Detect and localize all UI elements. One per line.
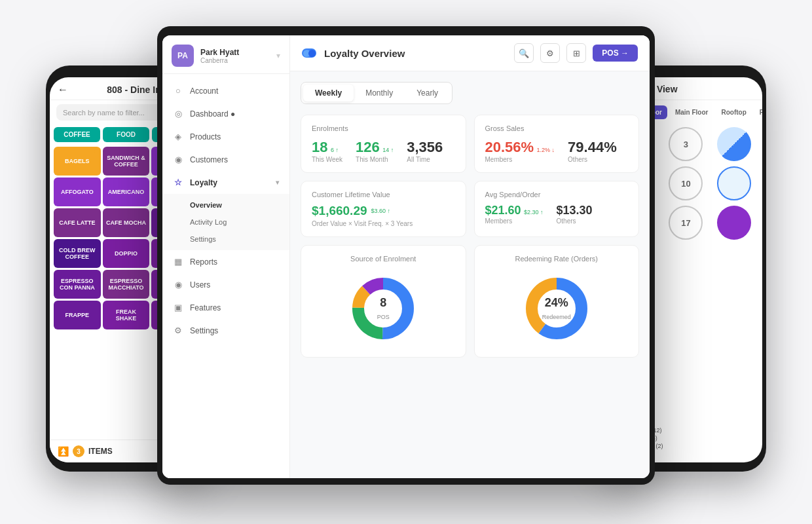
- nav-label-products: Products: [190, 132, 221, 141]
- avg-others-stat: $13.30 Others: [557, 204, 593, 225]
- members-sales-stat: 20.56% 1.2% ↓ Members: [485, 139, 555, 163]
- sub-item-overview[interactable]: Overview: [162, 196, 289, 214]
- this-week-stat: 18 6 ↑ This Week: [312, 139, 342, 163]
- enrolments-card: Enrolments 18 6 ↑ This Week: [301, 115, 466, 173]
- loyalty-icon-nav: ☆: [173, 178, 183, 187]
- nav-item-dashboard[interactable]: ◎ Dashboard ●: [162, 102, 289, 125]
- nav-label-loyalty: Loyalty: [190, 178, 217, 187]
- sub-item-settings[interactable]: Settings: [162, 231, 289, 248]
- this-week-label: This Week: [312, 156, 342, 163]
- avg-others-value: $13.30: [557, 204, 593, 217]
- pos-button[interactable]: POS →: [593, 45, 638, 62]
- tablet-sidebar: PA Park Hyatt Canberra ▾ ○ Account ◎ Das…: [162, 35, 290, 478]
- others-percent: 79.44%: [568, 139, 617, 156]
- avg-members-value-row: $21.60 $2.30 ↑: [485, 204, 544, 217]
- search-button[interactable]: 🔍: [514, 43, 534, 63]
- hotel-avatar: PA: [172, 45, 194, 67]
- tab-pool-si[interactable]: Pool Si...: [754, 105, 762, 119]
- menu-item-americano[interactable]: AMERICANO: [103, 178, 150, 206]
- footer-items-label: ITEMS: [88, 447, 113, 456]
- redeem-chart-title: Redeeming Rate (Orders): [485, 255, 629, 263]
- tab-monthly[interactable]: Monthly: [354, 84, 405, 102]
- nav-label-account: Account: [190, 86, 218, 96]
- nav-item-loyalty[interactable]: ☆ Loyalty ▾: [162, 171, 289, 194]
- table-partial-blue[interactable]: [717, 166, 751, 200]
- menu-item-cafe-mocha[interactable]: CAFE MOCHA: [103, 208, 150, 237]
- filter-button[interactable]: ⚙: [540, 43, 560, 63]
- stats-row: Enrolments 18 6 ↑ This Week: [301, 115, 639, 173]
- nav-item-reports[interactable]: ▦ Reports: [162, 250, 289, 273]
- members-percent: 20.56%: [485, 139, 534, 155]
- category-tab-coffee[interactable]: COFFEE: [54, 127, 100, 142]
- redeem-center-label: Redeemed: [542, 314, 571, 320]
- this-week-trend: 6 ↑: [331, 147, 339, 153]
- nav-label-users: Users: [190, 280, 210, 290]
- chevron-down-icon: ▾: [276, 51, 280, 60]
- settings-icon: ⚙: [173, 326, 183, 335]
- redeem-donut-container: 24% Redeemed: [485, 269, 629, 348]
- source-donut-center: 8 POS: [377, 296, 390, 322]
- sub-item-activity-log[interactable]: Activity Log: [162, 214, 289, 231]
- avg-spend-numbers: $21.60 $2.30 ↑ Members $13.30 Others: [485, 204, 629, 225]
- clv-value-row: $1,660.29 $3.60 ↑: [312, 204, 455, 218]
- source-donut-container: 8 POS: [312, 269, 455, 348]
- redeem-chart-card: Redeeming Rate (Orders): [474, 245, 640, 358]
- menu-item-frappe[interactable]: FRAPPE: [54, 301, 101, 329]
- this-week-number: 18: [312, 139, 327, 155]
- this-month-trend: 14 ↑: [382, 147, 394, 153]
- redeem-donut: 24% Redeemed: [521, 272, 593, 345]
- menu-item-bagels[interactable]: BAGELS: [54, 147, 101, 176]
- table-3[interactable]: 3: [669, 127, 703, 161]
- nav-item-settings[interactable]: ⚙ Settings: [162, 319, 289, 342]
- scene: ← 808 - Dine In Search by name to filter…: [46, 26, 766, 498]
- others-label: Others: [568, 156, 617, 163]
- redeem-donut-center: 24% Redeemed: [542, 296, 571, 322]
- tab-rooftop[interactable]: Rooftop: [716, 105, 751, 119]
- menu-item-cold-brew[interactable]: COLD BREW COFFEE: [54, 239, 101, 268]
- nav-item-products[interactable]: ◈ Products: [162, 125, 289, 148]
- reports-icon: ▦: [173, 257, 183, 267]
- menu-item-freak-shake[interactable]: FREAK SHAKE: [103, 301, 150, 329]
- all-time-label: All Time: [407, 156, 443, 163]
- avg-members-trend: $2.30 ↑: [524, 209, 544, 215]
- sidebar-nav: ○ Account ◎ Dashboard ● ◈ Products ◉ Cus…: [162, 74, 289, 478]
- back-button[interactable]: ←: [58, 84, 68, 96]
- period-tabs: Weekly Monthly Yearly: [301, 82, 452, 104]
- tab-weekly[interactable]: Weekly: [303, 84, 354, 102]
- nav-item-features[interactable]: ▣ Features: [162, 296, 289, 319]
- menu-item-sandwich-coffee[interactable]: SANDWICH & COFFEE: [103, 147, 150, 176]
- members-label: Members: [485, 156, 555, 163]
- menu-item-cafe-latte[interactable]: CAFE LATTE: [54, 208, 101, 237]
- clv-main-value: $1,660.29: [312, 204, 367, 218]
- source-chart-title: Source of Enrolment: [312, 255, 455, 263]
- redeem-center-value: 24%: [542, 296, 571, 310]
- table-10[interactable]: 10: [669, 166, 703, 200]
- nav-item-customers[interactable]: ◉ Customers: [162, 148, 289, 171]
- source-donut: 8 POS: [347, 272, 419, 345]
- grid-button[interactable]: ⊞: [566, 43, 586, 63]
- enrolments-numbers: 18 6 ↑ This Week 126 14 ↑: [312, 139, 455, 163]
- tablet-main: Loyalty Overview 🔍 ⚙ ⊞ POS → Weekly Mont…: [290, 35, 650, 478]
- category-tab-food[interactable]: FOOD: [103, 127, 149, 142]
- enrolments-title: Enrolments: [312, 124, 455, 132]
- tab-yearly[interactable]: Yearly: [405, 84, 450, 102]
- menu-item-espresso-macchiato[interactable]: ESPRESSO MACCHIATO: [103, 270, 150, 299]
- gross-sales-card: Gross Sales 20.56% 1.2% ↓ Members: [474, 115, 640, 173]
- table-occupied-purple[interactable]: [717, 206, 751, 240]
- features-icon: ▣: [173, 303, 183, 312]
- nav-item-account[interactable]: ○ Account: [162, 79, 289, 102]
- source-center-value: 8: [377, 296, 390, 310]
- avg-others-label: Others: [557, 217, 593, 225]
- table-partial[interactable]: [717, 127, 751, 161]
- members-trend: 1.2% ↓: [537, 147, 555, 153]
- table-17[interactable]: 17: [669, 206, 703, 240]
- avg-members-stat: $21.60 $2.30 ↑ Members: [485, 204, 544, 225]
- clv-row: Customer Lifetime Value $1,660.29 $3.60 …: [301, 181, 639, 237]
- clv-trend: $3.60 ↑: [371, 208, 391, 214]
- menu-item-espresso-con-panna[interactable]: ESPRESSO CON PANNA: [54, 270, 101, 299]
- nav-item-users[interactable]: ◉ Users: [162, 273, 289, 296]
- menu-item-doppio[interactable]: DOPPIO: [103, 239, 150, 268]
- tab-main-floor[interactable]: Main Floor: [670, 105, 714, 119]
- loyalty-logo: Loyalty Overview: [302, 48, 405, 59]
- menu-item-affogato[interactable]: AFFOGATO: [54, 178, 101, 206]
